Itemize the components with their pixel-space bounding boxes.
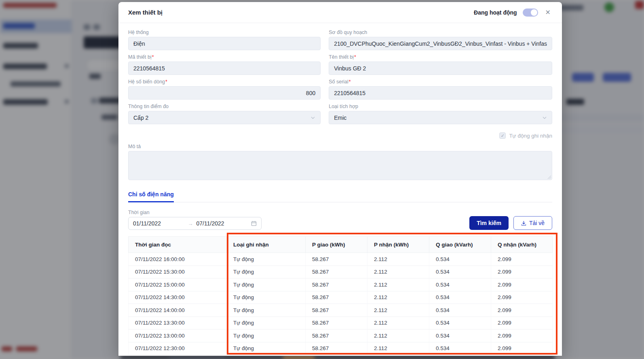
table-cell: 0.534 (429, 329, 491, 342)
table-cell: 2.112 (367, 304, 429, 317)
required-asterisk: * (165, 79, 167, 85)
field-he-so-bien-dong: Hệ số biến dòng* 800 (128, 79, 321, 100)
field-ten-thiet-bi: Tên thiết bị* Vinbus GĐ 2 (329, 54, 552, 75)
table-row: 07/11/2022 16:00:00Tự động58.2672.1120.5… (129, 253, 553, 266)
download-icon (521, 221, 526, 226)
table-cell: 2.099 (491, 291, 553, 304)
required-asterisk: * (152, 54, 154, 60)
table-row: 07/11/2022 13:00:00Tự động58.2672.1120.5… (129, 329, 553, 342)
table-row: 07/11/2022 15:30:00Tự động58.2672.1120.5… (129, 266, 553, 278)
table-cell: 07/11/2022 15:30:00 (129, 266, 227, 278)
table-cell: 2.112 (367, 253, 429, 266)
field-so-do-quy-hoach: Sơ đồ quy hoạch 2100_DVCPhuQuoc_KienGian… (329, 30, 552, 50)
table-cell: 0.534 (429, 291, 491, 304)
start-date-input[interactable]: 01/11/2022 (133, 220, 185, 227)
table-cell: 2.099 (491, 253, 553, 266)
auto-record-label: Tự động ghi nhận (509, 133, 552, 139)
field-label: Hệ số biến dòng* (128, 79, 321, 85)
loai-tich-hop-select[interactable]: Emic (329, 111, 552, 124)
table-cell: 07/11/2022 16:00:00 (129, 253, 227, 266)
filter-row: Thời gian 01/11/2022 → 07/11/2022 Tìm ki… (128, 210, 552, 230)
close-icon[interactable]: ✕ (544, 8, 552, 17)
he-thong-input[interactable]: Điện (128, 37, 321, 50)
table-row: 07/11/2022 12:30:00Tự động58.2672.1120.5… (129, 342, 553, 355)
table-row: 07/11/2022 14:30:00Tự động58.2672.1120.5… (129, 291, 553, 304)
range-arrow-icon: → (188, 221, 193, 227)
table-cell: Tự động (227, 266, 306, 278)
table-cell: Tự động (227, 329, 306, 342)
field-label: Tên thiết bị* (329, 54, 552, 60)
table-cell: Tự động (227, 317, 306, 329)
field-label: Số serial* (329, 79, 552, 85)
field-ma-thiet-bi: Mã thiết bị* 2210564815 (128, 54, 321, 75)
table-cell: 07/11/2022 14:30:00 (129, 291, 227, 304)
view-device-modal: Xem thiết bị Đang hoạt động ✕ Hệ thống Đ… (118, 2, 562, 356)
auto-record-row: ✓ Tự động ghi nhận (329, 132, 552, 139)
download-button[interactable]: Tải về (513, 216, 552, 230)
table-cell: 2.112 (367, 291, 429, 304)
resize-handle-icon[interactable] (547, 175, 551, 179)
table-cell: 0.534 (429, 317, 491, 329)
column-header: Loại ghi nhận (227, 237, 306, 253)
active-toggle[interactable] (523, 8, 538, 17)
table-cell: 07/11/2022 14:00:00 (129, 304, 227, 317)
field-so-serial: Số serial* 2210564815 (329, 79, 552, 100)
screen: Xem thiết bị Đang hoạt động ✕ Hệ thống Đ… (0, 0, 644, 359)
table-cell: 2.099 (491, 304, 553, 317)
table-cell: 0.534 (429, 278, 491, 291)
status-label: Đang hoạt động (474, 9, 517, 16)
tab-bar: Chỉ số điện năng (128, 191, 552, 202)
field-label: Loại tích hợp (329, 104, 552, 109)
field-label: Mã thiết bị* (128, 54, 321, 60)
ma-thiet-bi-input[interactable]: 2210564815 (128, 62, 321, 75)
table-row: 07/11/2022 14:00:00Tự động58.2672.1120.5… (129, 304, 553, 317)
column-header: Q giao (kVarh) (429, 237, 491, 253)
table-cell: 58.267 (306, 342, 367, 355)
tab-chi-so-dien-nang[interactable]: Chỉ số điện năng (128, 191, 174, 202)
column-header: P nhận (kWh) (367, 237, 429, 253)
so-do-quy-hoach-input[interactable]: 2100_DVCPhuQuoc_KienGiangCum2_VinbusGĐ2_… (329, 37, 552, 50)
table-cell: Tự động (227, 253, 306, 266)
auto-record-checkbox[interactable]: ✓ (499, 132, 506, 139)
table-cell: 2.099 (491, 342, 553, 355)
table-cell: 07/11/2022 13:30:00 (129, 317, 227, 329)
so-serial-input[interactable]: 2210564815 (329, 86, 552, 100)
table-cell: 58.267 (306, 291, 367, 304)
table-cell: 07/11/2022 15:00:00 (129, 278, 227, 291)
table-cell: 58.267 (306, 304, 367, 317)
date-range-picker[interactable]: 01/11/2022 → 07/11/2022 (128, 217, 262, 230)
table-cell: 58.267 (306, 278, 367, 291)
table-cell: Tự động (227, 278, 306, 291)
table-cell: 07/11/2022 12:30:00 (129, 342, 227, 355)
field-loai-tich-hop: Loại tích hợp Emic (329, 104, 552, 124)
end-date-input[interactable]: 07/11/2022 (196, 220, 248, 227)
table-cell: 58.267 (306, 329, 367, 342)
date-filter: Thời gian 01/11/2022 → 07/11/2022 (128, 210, 262, 230)
column-header: Thời gian đọc (129, 237, 227, 253)
thong-tin-diem-do-select[interactable]: Cấp 2 (128, 111, 321, 124)
he-so-bien-dong-input[interactable]: 800 (128, 86, 321, 100)
table-cell: 0.534 (429, 342, 491, 355)
table-cell: 2.112 (367, 317, 429, 329)
ten-thiet-bi-input[interactable]: Vinbus GĐ 2 (329, 62, 552, 75)
modal-header: Xem thiết bị Đang hoạt động ✕ (118, 2, 562, 23)
table-cell: 0.534 (429, 304, 491, 317)
column-header: Q nhận (kVarh) (491, 237, 553, 253)
calendar-icon (251, 221, 257, 226)
table-cell: 2.112 (367, 278, 429, 291)
mo-ta-textarea[interactable] (128, 151, 552, 180)
field-label: Hệ thống (128, 30, 321, 35)
chevron-down-icon (542, 115, 547, 120)
filter-label: Thời gian (128, 210, 262, 215)
table-cell: 2.112 (367, 342, 429, 355)
required-asterisk: * (354, 54, 356, 60)
table-cell: Tự động (227, 342, 306, 355)
search-button[interactable]: Tìm kiếm (469, 216, 509, 230)
chevron-down-icon (310, 115, 315, 120)
field-thong-tin-diem-do: Thông tin điểm đo Cấp 2 (128, 104, 321, 124)
readings-table-wrap: Thời gian đọcLoại ghi nhậnP giao (kWh)P … (128, 236, 552, 355)
table-cell: Tự động (227, 304, 306, 317)
toggle-knob (531, 9, 537, 16)
table-cell: 0.534 (429, 266, 491, 278)
device-form: Hệ thống Điện Sơ đồ quy hoạch 2100_DVCPh… (128, 30, 552, 184)
